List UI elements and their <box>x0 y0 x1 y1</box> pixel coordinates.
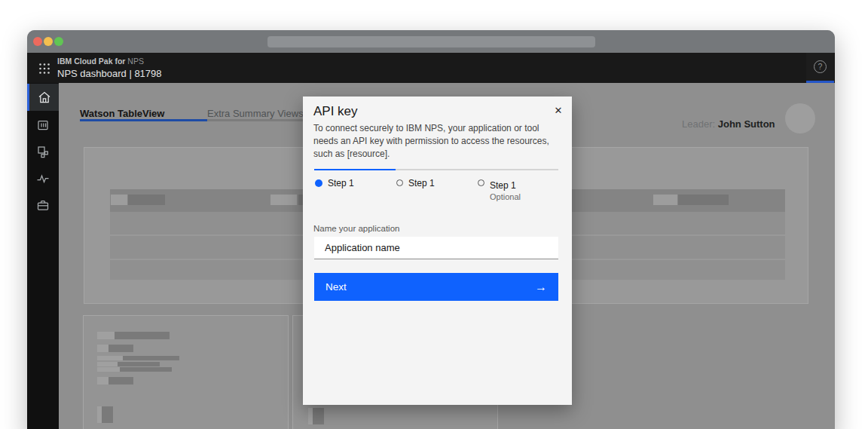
modal-description: To connect securely to IBM NPS, your app… <box>313 122 564 160</box>
side-nav <box>27 83 59 429</box>
api-key-modal: API key ✕ To connect securely to IBM NPS… <box>303 97 572 405</box>
sidebar-item-toolbox[interactable] <box>27 192 59 219</box>
step-optional-note: Optional <box>490 192 521 201</box>
modal-title: API key <box>313 104 358 119</box>
step-3-optional[interactable]: Step 1 Optional <box>477 178 558 201</box>
leader-info: Leader: John Sutton <box>682 118 775 130</box>
leader-label: Leader: <box>682 118 715 130</box>
next-button[interactable]: Next → <box>314 273 558 301</box>
page-title: NPS dashboard | 81798 <box>57 68 162 80</box>
avatar[interactable] <box>785 103 815 133</box>
close-window-button[interactable] <box>33 37 42 46</box>
sidebar-item-activity[interactable] <box>27 165 59 192</box>
browser-titlebar <box>27 30 835 53</box>
sidebar-item-tables[interactable] <box>27 112 59 139</box>
address-bar[interactable] <box>267 36 595 47</box>
zoom-window-button[interactable] <box>54 37 63 46</box>
help-button[interactable]: ? <box>806 53 834 83</box>
sidebar-item-home[interactable] <box>27 84 59 111</box>
step-hollow-dot-icon <box>478 179 484 186</box>
tab-label: Extra Summary Views <box>207 108 304 119</box>
activity-icon <box>36 172 50 185</box>
step-2[interactable]: Step 1 <box>396 178 477 201</box>
browser-window: IBM Cloud Pak for NPS NPS dashboard | 81… <box>27 30 835 429</box>
step-hollow-dot-icon <box>396 179 403 186</box>
arrow-right-icon: → <box>535 280 547 294</box>
data-table-icon <box>36 118 50 132</box>
application-name-label: Name your application <box>313 224 399 233</box>
application-name-input[interactable] <box>314 237 558 259</box>
tile-thumbnail-skeleton <box>308 408 324 424</box>
header-eyebrow: IBM Cloud Pak for NPS <box>57 57 162 66</box>
sidebar-item-workspaces[interactable] <box>27 138 59 165</box>
app-header: IBM Cloud Pak for NPS NPS dashboard | 81… <box>27 53 835 83</box>
step-1-current[interactable]: Step 1 <box>314 178 396 201</box>
minimize-window-button[interactable] <box>44 37 53 46</box>
next-button-label: Next <box>326 281 347 293</box>
workspace-icon <box>36 145 50 158</box>
tab-label: Watson TableView <box>80 108 164 119</box>
header-titles: IBM Cloud Pak for NPS NPS dashboard | 81… <box>57 57 162 80</box>
help-icon: ? <box>814 60 827 73</box>
tab-watson-tableview[interactable]: Watson TableView <box>80 106 207 121</box>
app-switcher-icon[interactable] <box>38 63 50 75</box>
home-icon <box>38 90 51 104</box>
summary-tile-left <box>83 315 289 429</box>
tile-thumbnail-skeleton <box>97 406 113 423</box>
progress-steps: Step 1 Step 1 Step 1 Optional <box>314 178 558 201</box>
step-filled-dot-icon <box>315 179 322 187</box>
progress-track <box>314 169 558 170</box>
leader-name: John Sutton <box>718 118 775 130</box>
toolbox-icon <box>36 198 50 212</box>
close-icon[interactable]: ✕ <box>549 101 567 119</box>
